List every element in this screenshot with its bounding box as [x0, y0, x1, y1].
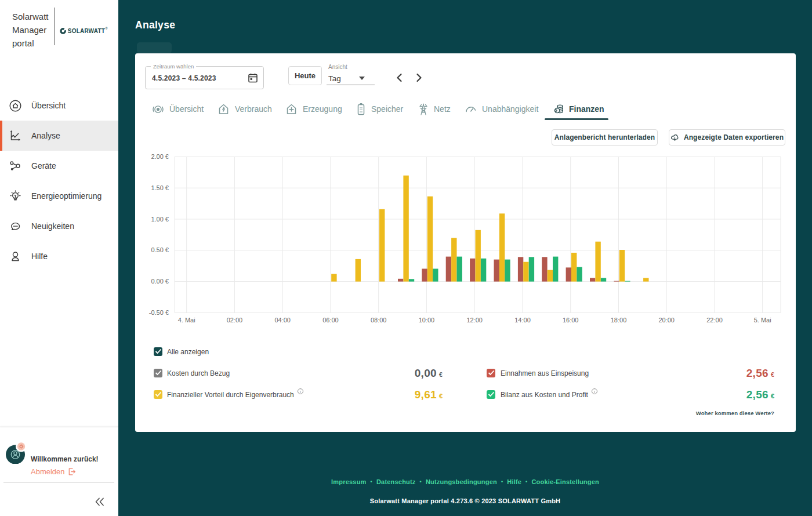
- svg-text:12:00: 12:00: [466, 317, 483, 324]
- svg-text:10:00: 10:00: [419, 317, 435, 324]
- svg-text:5. Mai: 5. Mai: [754, 317, 771, 324]
- svg-text:06:00: 06:00: [322, 317, 339, 324]
- svg-text:®: ®: [106, 27, 108, 30]
- svg-text:2.00 €: 2.00 €: [151, 153, 169, 160]
- svg-text:16:00: 16:00: [563, 317, 579, 324]
- svg-text:1.00 €: 1.00 €: [151, 216, 169, 223]
- svg-text:1.50 €: 1.50 €: [151, 184, 169, 191]
- svg-text:SOLARWATT: SOLARWATT: [68, 28, 105, 34]
- svg-text:04:00: 04:00: [274, 317, 291, 324]
- svg-text:4. Mai: 4. Mai: [178, 317, 195, 324]
- svg-text:14:00: 14:00: [514, 317, 531, 324]
- svg-text:0.50 €: 0.50 €: [151, 246, 169, 253]
- svg-text:-0.50 €: -0.50 €: [149, 309, 169, 316]
- svg-text:02:00: 02:00: [227, 317, 243, 324]
- svg-text:08:00: 08:00: [371, 317, 387, 324]
- svg-text:22:00: 22:00: [706, 317, 723, 324]
- svg-text:18:00: 18:00: [611, 317, 627, 324]
- svg-text:20:00: 20:00: [658, 317, 675, 324]
- svg-text:0.00 €: 0.00 €: [151, 278, 169, 285]
